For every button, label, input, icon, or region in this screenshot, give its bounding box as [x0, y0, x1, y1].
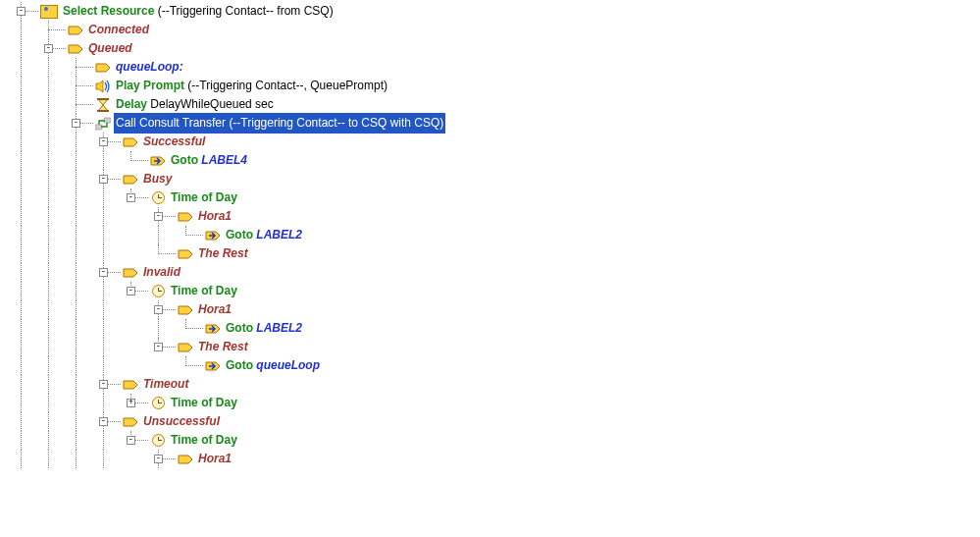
call-consult-label: Call Consult Transfer (--Triggering Cont…	[114, 113, 445, 134]
node-connected[interactable]: Connected	[13, 21, 980, 39]
goto-queueloop-label: Goto queueLoop	[224, 355, 322, 376]
toggle-queued[interactable]: -	[44, 44, 53, 53]
node-unsuccessful[interactable]: - Unsuccessful	[13, 412, 980, 431]
goto-label2-busy-label: Goto LABEL2	[224, 225, 304, 245]
clock-icon	[150, 433, 166, 449]
toggle-hora1-invalid[interactable]: -	[154, 305, 163, 314]
tag-icon	[123, 377, 138, 393]
invalid-label: Invalid	[141, 262, 182, 283]
clock-icon	[150, 396, 166, 411]
tag-icon	[123, 414, 138, 430]
toggle-timeout[interactable]: -	[99, 380, 108, 389]
clock-icon	[150, 284, 166, 299]
goto-icon	[150, 153, 166, 169]
tag-icon	[95, 60, 111, 76]
node-call-consult-transfer[interactable]: - Call Consult Transfer (--Triggering Co…	[13, 114, 980, 133]
select-resource-label: Select Resource (--Triggering Contact-- …	[61, 1, 335, 22]
timeofday-timeout-label: Time of Day	[169, 393, 239, 413]
clock-icon	[150, 190, 166, 206]
node-successful[interactable]: - Successful	[13, 133, 980, 151]
busy-label: Busy	[141, 169, 174, 189]
node-goto-label2-invalid[interactable]: Goto LABEL2	[13, 319, 980, 338]
tag-icon	[123, 172, 138, 188]
node-queueloop[interactable]: queueLoop:	[13, 58, 980, 77]
goto-label4-label: Goto LABEL4	[169, 150, 249, 171]
queued-label: Queued	[86, 38, 134, 59]
goto-label2-invalid-label: Goto LABEL2	[224, 318, 304, 339]
resource-icon	[40, 5, 58, 19]
node-goto-label4[interactable]: Goto LABEL4	[13, 151, 980, 170]
toggle-unsuccessful[interactable]: -	[99, 417, 108, 426]
timeofday-unsuccessful-label: Time of Day	[169, 430, 239, 451]
hora1-busy-label: Hora1	[196, 206, 233, 227]
hourglass-icon	[95, 97, 111, 113]
toggle-select-resource[interactable]: -	[17, 7, 26, 16]
goto-icon	[205, 321, 221, 337]
tag-icon	[123, 134, 138, 150]
toggle-timeofday-unsuccessful[interactable]: -	[127, 436, 135, 445]
tag-icon	[178, 302, 193, 318]
node-therest-busy[interactable]: The Rest	[13, 244, 980, 263]
toggle-timeofday-busy[interactable]: -	[127, 193, 135, 202]
speaker-icon	[95, 79, 111, 94]
tag-icon	[178, 246, 193, 262]
queueloop-label: queueLoop:	[114, 57, 185, 78]
toggle-invalid[interactable]: -	[99, 268, 108, 277]
unsuccessful-label: Unsuccessful	[141, 411, 222, 432]
node-goto-label2-busy[interactable]: Goto LABEL2	[13, 226, 980, 244]
toggle-therest-invalid[interactable]: -	[154, 343, 163, 351]
node-busy[interactable]: - Busy	[13, 170, 980, 188]
node-timeofday-busy[interactable]: - Time of Day	[13, 188, 980, 207]
node-timeofday-timeout[interactable]: + Time of Day	[13, 394, 980, 412]
toggle-hora1-busy[interactable]: -	[154, 212, 163, 221]
goto-icon	[205, 228, 221, 243]
node-timeofday-invalid[interactable]: - Time of Day	[13, 282, 980, 300]
node-goto-queueloop[interactable]: Goto queueLoop	[13, 356, 980, 375]
hora1-unsuccessful-label: Hora1	[196, 449, 233, 469]
phone-transfer-icon	[95, 116, 111, 132]
node-timeofday-unsuccessful[interactable]: - Time of Day	[13, 431, 980, 450]
node-delay[interactable]: Delay DelayWhileQueued sec	[13, 95, 980, 114]
tag-icon	[178, 340, 193, 355]
therest-invalid-label: The Rest	[196, 337, 250, 357]
therest-busy-label: The Rest	[196, 243, 250, 264]
hora1-invalid-label: Hora1	[196, 299, 233, 320]
node-play-prompt[interactable]: Play Prompt (--Triggering Contact--, Que…	[13, 77, 980, 95]
toggle-timeofday-invalid[interactable]: -	[127, 287, 135, 295]
timeout-label: Timeout	[141, 374, 190, 395]
tag-icon	[68, 23, 83, 38]
script-tree[interactable]: - Select Resource (--Triggering Contact-…	[0, 0, 980, 468]
timeofday-invalid-label: Time of Day	[169, 281, 239, 301]
tag-icon	[178, 209, 193, 225]
node-hora1-unsuccessful[interactable]: - Hora1	[13, 450, 980, 468]
toggle-call-consult[interactable]: -	[72, 119, 80, 128]
node-queued[interactable]: - Queued	[13, 39, 980, 58]
tag-icon	[123, 265, 138, 281]
toggle-timeofday-timeout[interactable]: +	[127, 399, 135, 407]
connected-label: Connected	[86, 20, 151, 40]
tag-icon	[178, 452, 193, 467]
node-hora1-invalid[interactable]: - Hora1	[13, 300, 980, 319]
toggle-successful[interactable]: -	[99, 137, 108, 146]
play-prompt-label: Play Prompt (--Triggering Contact--, Que…	[114, 76, 389, 96]
goto-icon	[205, 358, 221, 374]
node-timeout[interactable]: - Timeout	[13, 375, 980, 394]
timeofday-busy-label: Time of Day	[169, 188, 239, 208]
node-hora1-busy[interactable]: - Hora1	[13, 207, 980, 226]
successful-label: Successful	[141, 132, 207, 152]
node-therest-invalid[interactable]: - The Rest	[13, 338, 980, 356]
node-select-resource[interactable]: - Select Resource (--Triggering Contact-…	[13, 2, 980, 21]
tag-icon	[68, 41, 83, 57]
delay-label: Delay DelayWhileQueued sec	[114, 94, 276, 115]
node-invalid[interactable]: - Invalid	[13, 263, 980, 282]
toggle-hora1-unsuccessful[interactable]: -	[154, 455, 163, 463]
toggle-busy[interactable]: -	[99, 175, 108, 184]
